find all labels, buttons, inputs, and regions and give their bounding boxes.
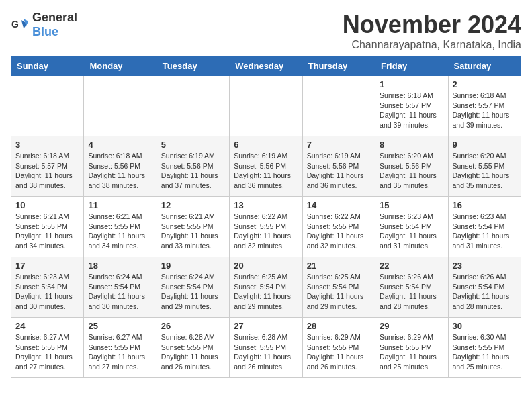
calendar-cell: 12Sunrise: 6:21 AM Sunset: 5:55 PM Dayli… <box>157 197 229 257</box>
day-number: 6 <box>234 140 298 150</box>
calendar-cell: 10Sunrise: 6:21 AM Sunset: 5:55 PM Dayli… <box>11 197 84 257</box>
day-number: 7 <box>307 140 371 150</box>
weekday-header-wednesday: Wednesday <box>230 57 302 76</box>
logo-icon: G <box>11 15 30 34</box>
day-info: Sunrise: 6:21 AM Sunset: 5:55 PM Dayligh… <box>161 212 225 251</box>
day-info: Sunrise: 6:25 AM Sunset: 5:54 PM Dayligh… <box>307 272 371 312</box>
day-number: 29 <box>380 321 443 331</box>
calendar-cell: 6Sunrise: 6:19 AM Sunset: 5:56 PM Daylig… <box>230 136 302 197</box>
day-number: 30 <box>453 321 517 331</box>
calendar-cell: 9Sunrise: 6:20 AM Sunset: 5:55 PM Daylig… <box>448 136 521 197</box>
calendar-cell: 15Sunrise: 6:23 AM Sunset: 5:54 PM Dayli… <box>375 197 448 257</box>
weekday-header-thursday: Thursday <box>302 57 375 76</box>
calendar-cell: 29Sunrise: 6:29 AM Sunset: 5:55 PM Dayli… <box>375 318 448 378</box>
calendar-cell: 19Sunrise: 6:24 AM Sunset: 5:54 PM Dayli… <box>157 257 229 318</box>
day-number: 4 <box>88 140 152 150</box>
calendar-cell: 28Sunrise: 6:29 AM Sunset: 5:55 PM Dayli… <box>302 318 375 378</box>
calendar-cell <box>230 76 302 136</box>
day-info: Sunrise: 6:21 AM Sunset: 5:55 PM Dayligh… <box>88 212 152 251</box>
day-number: 24 <box>15 321 79 331</box>
day-number: 5 <box>161 140 225 150</box>
calendar-week-row: 24Sunrise: 6:27 AM Sunset: 5:55 PM Dayli… <box>11 318 521 378</box>
calendar: SundayMondayTuesdayWednesdayThursdayFrid… <box>11 56 521 378</box>
svg-text:G: G <box>11 19 19 30</box>
calendar-week-row: 10Sunrise: 6:21 AM Sunset: 5:55 PM Dayli… <box>11 197 521 257</box>
day-info: Sunrise: 6:22 AM Sunset: 5:55 PM Dayligh… <box>307 212 371 251</box>
calendar-cell: 22Sunrise: 6:26 AM Sunset: 5:54 PM Dayli… <box>375 257 448 318</box>
day-info: Sunrise: 6:22 AM Sunset: 5:55 PM Dayligh… <box>234 212 298 251</box>
weekday-header-sunday: Sunday <box>11 57 84 76</box>
day-number: 28 <box>307 321 371 331</box>
day-info: Sunrise: 6:20 AM Sunset: 5:56 PM Dayligh… <box>380 151 443 191</box>
calendar-cell: 11Sunrise: 6:21 AM Sunset: 5:55 PM Dayli… <box>84 197 157 257</box>
day-number: 13 <box>234 200 298 210</box>
title-area: November 2024 Channarayapatna, Karnataka… <box>343 11 521 51</box>
month-title: November 2024 <box>343 11 521 39</box>
day-number: 15 <box>380 200 443 210</box>
calendar-cell: 18Sunrise: 6:24 AM Sunset: 5:54 PM Dayli… <box>84 257 157 318</box>
weekday-header-saturday: Saturday <box>448 57 521 76</box>
calendar-cell: 30Sunrise: 6:30 AM Sunset: 5:55 PM Dayli… <box>448 318 521 378</box>
day-info: Sunrise: 6:19 AM Sunset: 5:56 PM Dayligh… <box>307 151 371 191</box>
day-number: 27 <box>234 321 298 331</box>
logo-text: General Blue <box>32 11 77 39</box>
calendar-cell: 2Sunrise: 6:18 AM Sunset: 5:57 PM Daylig… <box>448 76 521 136</box>
calendar-cell: 4Sunrise: 6:18 AM Sunset: 5:56 PM Daylig… <box>84 136 157 197</box>
day-number: 3 <box>15 140 79 150</box>
day-info: Sunrise: 6:18 AM Sunset: 5:57 PM Dayligh… <box>380 91 443 130</box>
day-number: 2 <box>453 79 517 89</box>
calendar-cell: 25Sunrise: 6:27 AM Sunset: 5:55 PM Dayli… <box>84 318 157 378</box>
day-number: 19 <box>161 261 225 271</box>
calendar-cell: 16Sunrise: 6:23 AM Sunset: 5:54 PM Dayli… <box>448 197 521 257</box>
calendar-cell: 3Sunrise: 6:18 AM Sunset: 5:57 PM Daylig… <box>11 136 84 197</box>
calendar-cell: 5Sunrise: 6:19 AM Sunset: 5:56 PM Daylig… <box>157 136 229 197</box>
calendar-cell: 26Sunrise: 6:28 AM Sunset: 5:55 PM Dayli… <box>157 318 229 378</box>
location-title: Channarayapatna, Karnataka, India <box>343 39 521 51</box>
weekday-header-monday: Monday <box>84 57 157 76</box>
logo-blue: Blue <box>32 25 58 38</box>
calendar-cell: 1Sunrise: 6:18 AM Sunset: 5:57 PM Daylig… <box>375 76 448 136</box>
day-info: Sunrise: 6:24 AM Sunset: 5:54 PM Dayligh… <box>88 272 152 312</box>
day-info: Sunrise: 6:18 AM Sunset: 5:57 PM Dayligh… <box>15 151 79 191</box>
day-number: 18 <box>88 261 152 271</box>
day-info: Sunrise: 6:24 AM Sunset: 5:54 PM Dayligh… <box>161 272 225 312</box>
logo: G General Blue <box>11 11 77 39</box>
calendar-week-row: 1Sunrise: 6:18 AM Sunset: 5:57 PM Daylig… <box>11 76 521 136</box>
day-number: 10 <box>15 200 79 210</box>
day-info: Sunrise: 6:29 AM Sunset: 5:55 PM Dayligh… <box>307 332 371 372</box>
calendar-cell: 7Sunrise: 6:19 AM Sunset: 5:56 PM Daylig… <box>302 136 375 197</box>
calendar-cell <box>302 76 375 136</box>
calendar-cell: 27Sunrise: 6:28 AM Sunset: 5:55 PM Dayli… <box>230 318 302 378</box>
day-info: Sunrise: 6:23 AM Sunset: 5:54 PM Dayligh… <box>380 212 443 251</box>
day-info: Sunrise: 6:25 AM Sunset: 5:54 PM Dayligh… <box>234 272 298 312</box>
calendar-cell: 17Sunrise: 6:23 AM Sunset: 5:54 PM Dayli… <box>11 257 84 318</box>
day-info: Sunrise: 6:29 AM Sunset: 5:55 PM Dayligh… <box>380 332 443 372</box>
calendar-body: 1Sunrise: 6:18 AM Sunset: 5:57 PM Daylig… <box>11 76 521 378</box>
day-info: Sunrise: 6:19 AM Sunset: 5:56 PM Dayligh… <box>161 151 225 191</box>
weekday-header-friday: Friday <box>375 57 448 76</box>
day-number: 23 <box>453 261 517 271</box>
calendar-cell: 14Sunrise: 6:22 AM Sunset: 5:55 PM Dayli… <box>302 197 375 257</box>
calendar-cell <box>84 76 157 136</box>
calendar-cell <box>157 76 229 136</box>
day-number: 21 <box>307 261 371 271</box>
calendar-cell: 23Sunrise: 6:26 AM Sunset: 5:54 PM Dayli… <box>448 257 521 318</box>
day-number: 25 <box>88 321 152 331</box>
day-number: 26 <box>161 321 225 331</box>
day-info: Sunrise: 6:28 AM Sunset: 5:55 PM Dayligh… <box>234 332 298 372</box>
day-info: Sunrise: 6:18 AM Sunset: 5:57 PM Dayligh… <box>453 91 517 130</box>
day-number: 1 <box>380 79 443 89</box>
day-number: 8 <box>380 140 443 150</box>
day-info: Sunrise: 6:27 AM Sunset: 5:55 PM Dayligh… <box>15 332 79 372</box>
day-info: Sunrise: 6:23 AM Sunset: 5:54 PM Dayligh… <box>15 272 79 312</box>
day-info: Sunrise: 6:26 AM Sunset: 5:54 PM Dayligh… <box>380 272 443 312</box>
day-number: 14 <box>307 200 371 210</box>
day-number: 17 <box>15 261 79 271</box>
day-info: Sunrise: 6:30 AM Sunset: 5:55 PM Dayligh… <box>453 332 517 372</box>
calendar-cell <box>11 76 84 136</box>
calendar-week-row: 3Sunrise: 6:18 AM Sunset: 5:57 PM Daylig… <box>11 136 521 197</box>
day-info: Sunrise: 6:18 AM Sunset: 5:56 PM Dayligh… <box>88 151 152 191</box>
weekday-header-row: SundayMondayTuesdayWednesdayThursdayFrid… <box>11 57 521 76</box>
day-number: 20 <box>234 261 298 271</box>
day-info: Sunrise: 6:23 AM Sunset: 5:54 PM Dayligh… <box>453 212 517 251</box>
